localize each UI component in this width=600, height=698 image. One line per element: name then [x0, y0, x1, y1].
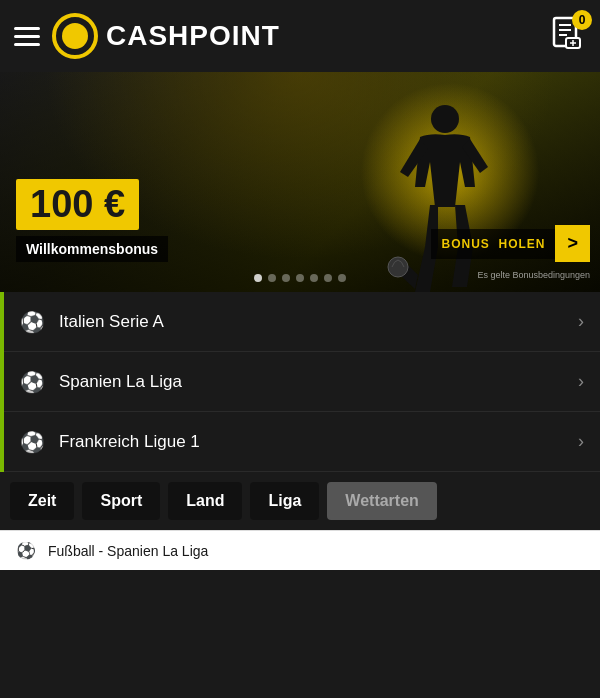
dot-4[interactable] — [296, 274, 304, 282]
bonus-suffix: HOLEN — [498, 237, 545, 251]
bonus-arrow-button[interactable]: > — [555, 225, 590, 262]
header: CASHPOINT 0 — [0, 0, 600, 72]
league-left: ⚽ Frankreich Ligue 1 — [20, 430, 200, 454]
league-left: ⚽ Italien Serie A — [20, 310, 164, 334]
chevron-right-icon: › — [578, 431, 584, 452]
header-left: CASHPOINT — [14, 13, 280, 59]
bonus-conditions-text: Es gelte Bonusbedingungen — [477, 270, 590, 280]
football-icon: ⚽ — [20, 370, 45, 394]
filter-sport-button[interactable]: Sport — [82, 482, 160, 520]
bottom-bar-text: Fußball - Spanien La Liga — [48, 543, 208, 559]
filter-zeit-button[interactable]: Zeit — [10, 482, 74, 520]
header-right: 0 — [550, 16, 586, 56]
bonus-button-group[interactable]: BONUS HOLEN > — [431, 225, 590, 262]
hamburger-menu[interactable] — [14, 27, 40, 46]
bonus-label: Willkommensbonus — [16, 236, 168, 262]
league-name: Frankreich Ligue 1 — [59, 432, 200, 452]
bet-slip-button[interactable]: 0 — [550, 16, 586, 55]
filter-liga-button[interactable]: Liga — [250, 482, 319, 520]
league-left: ⚽ Spanien La Liga — [20, 370, 182, 394]
bonus-amount: 100 € — [16, 179, 139, 230]
league-name: Spanien La Liga — [59, 372, 182, 392]
filter-land-button[interactable]: Land — [168, 482, 242, 520]
svg-point-7 — [431, 105, 459, 133]
football-icon: ⚽ — [20, 310, 45, 334]
logo-circle — [52, 13, 98, 59]
bottom-bar-football-icon: ⚽ — [16, 541, 36, 560]
league-name: Italien Serie A — [59, 312, 164, 332]
chevron-right-icon: › — [578, 371, 584, 392]
promo-banner: 100 € Willkommensbonus BONUS HOLEN > Es … — [0, 72, 600, 292]
banner-content: 100 € Willkommensbonus — [16, 179, 168, 262]
bonus-holen-label: BONUS HOLEN — [431, 229, 555, 259]
league-item-italia[interactable]: ⚽ Italien Serie A › — [4, 292, 600, 352]
dot-5[interactable] — [310, 274, 318, 282]
filter-bar: Zeit Sport Land Liga Wettarten — [0, 472, 600, 530]
chevron-right-icon: › — [578, 311, 584, 332]
dot-1[interactable] — [254, 274, 262, 282]
dot-7[interactable] — [338, 274, 346, 282]
league-list: ⚽ Italien Serie A › ⚽ Spanien La Liga › … — [0, 292, 600, 472]
filter-wettarten-button[interactable]: Wettarten — [327, 482, 437, 520]
football-icon: ⚽ — [20, 430, 45, 454]
bonus-prefix: BONUS — [441, 237, 489, 251]
logo: CASHPOINT — [52, 13, 280, 59]
bottom-bar: ⚽ Fußball - Spanien La Liga — [0, 530, 600, 570]
brand-name: CASHPOINT — [106, 20, 280, 52]
dot-3[interactable] — [282, 274, 290, 282]
dot-2[interactable] — [268, 274, 276, 282]
league-item-spain[interactable]: ⚽ Spanien La Liga › — [4, 352, 600, 412]
banner-dots — [254, 274, 346, 282]
league-item-france[interactable]: ⚽ Frankreich Ligue 1 › — [4, 412, 600, 472]
player-silhouette — [380, 97, 510, 292]
dot-6[interactable] — [324, 274, 332, 282]
bet-slip-badge: 0 — [572, 10, 592, 30]
logo-circle-inner — [62, 23, 88, 49]
